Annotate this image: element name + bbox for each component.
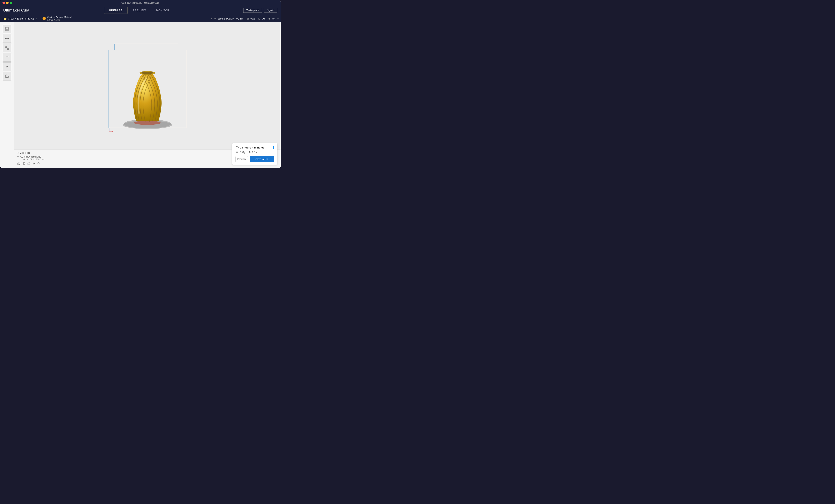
viewport[interactable]: ∧ Object list ✏ CE3PRO_lightbase2 189.1 … bbox=[14, 22, 281, 168]
left-toolbar bbox=[0, 22, 14, 168]
printer-chevron-left[interactable]: ‹ bbox=[35, 17, 37, 21]
print-time-value: 23 hours 4 minutes bbox=[240, 146, 264, 149]
clock-icon bbox=[236, 146, 239, 149]
chevron-up-icon: ∧ bbox=[17, 151, 19, 154]
svg-point-22 bbox=[123, 121, 172, 129]
printer-section: 📁 Creality Ender-3 Pro #2 ‹ bbox=[2, 17, 39, 21]
material-section: ! Custom Custom Material 0.4mm Nozzle bbox=[41, 16, 74, 21]
svg-rect-3 bbox=[7, 29, 8, 30]
svg-rect-18 bbox=[7, 76, 8, 78]
svg-marker-37 bbox=[34, 163, 35, 164]
svg-rect-1 bbox=[7, 27, 8, 29]
svg-point-24 bbox=[141, 72, 154, 74]
support-tool-button[interactable] bbox=[3, 72, 11, 81]
edit-icon[interactable]: ✏ bbox=[277, 17, 279, 20]
svg-rect-17 bbox=[5, 75, 7, 78]
toolbar-right-settings: ‹ ≡ Standard Quality - 0.2mm ⊞ 90% ⊔ Off… bbox=[210, 17, 279, 21]
rotate-tool-button[interactable] bbox=[3, 53, 11, 62]
save-to-file-button[interactable]: Save to File bbox=[250, 156, 274, 162]
scale-tool-button[interactable] bbox=[3, 44, 11, 52]
svg-rect-30 bbox=[18, 162, 20, 164]
svg-marker-8 bbox=[5, 38, 6, 39]
folder-icon: 📁 bbox=[3, 17, 7, 20]
layer-lines-icon: ≡ bbox=[214, 17, 216, 20]
tab-monitor[interactable]: MONITOR bbox=[151, 7, 175, 14]
select-tool-button[interactable] bbox=[3, 25, 11, 33]
material-icon: ! bbox=[43, 17, 46, 20]
window-controls bbox=[2, 2, 12, 4]
content-area: ∧ Object list ✏ CE3PRO_lightbase2 189.1 … bbox=[0, 22, 281, 168]
main-toolbar: Ultimaker Cura PREPARE PREVIEW MONITOR M… bbox=[0, 6, 281, 15]
tab-prepare[interactable]: PREPARE bbox=[104, 7, 128, 14]
copy-button[interactable] bbox=[22, 162, 25, 166]
title-bar: CE3PRO_lightbase2 - Ultimaker Cura bbox=[0, 0, 281, 6]
svg-marker-38 bbox=[39, 163, 40, 164]
mirror-tool-button[interactable] bbox=[3, 62, 11, 71]
window-title: CE3PRO_lightbase2 - Ultimaker Cura bbox=[121, 2, 159, 4]
svg-rect-0 bbox=[5, 27, 7, 29]
support-label: Off bbox=[262, 18, 265, 20]
svg-rect-11 bbox=[7, 48, 8, 49]
preview-button[interactable]: Preview bbox=[236, 156, 248, 162]
svg-marker-16 bbox=[7, 66, 8, 68]
info-icon[interactable]: ℹ bbox=[273, 146, 274, 149]
object-list-label: Object list bbox=[20, 151, 29, 154]
reset-button[interactable] bbox=[37, 162, 40, 166]
print-time-row: 23 hours 4 minutes ℹ bbox=[236, 146, 274, 149]
maximize-button[interactable] bbox=[10, 2, 12, 4]
svg-marker-13 bbox=[7, 57, 9, 57]
material-separator: · bbox=[247, 151, 247, 154]
tab-preview[interactable]: PREVIEW bbox=[128, 7, 151, 14]
material-text: Custom Custom Material 0.4mm Nozzle bbox=[47, 16, 72, 21]
infill-icon: ⊞ bbox=[247, 17, 249, 20]
material-weight: 132g bbox=[240, 151, 246, 154]
paste-button[interactable] bbox=[27, 162, 30, 166]
svg-marker-6 bbox=[6, 36, 7, 37]
print-actions: Preview Save to File bbox=[236, 156, 274, 162]
svg-marker-9 bbox=[8, 38, 9, 39]
print-time: 23 hours 4 minutes bbox=[236, 146, 264, 149]
printer-name: Creality Ender-3 Pro #2 bbox=[8, 17, 34, 20]
svg-rect-34 bbox=[28, 163, 30, 165]
secondary-toolbar: 📁 Creality Ender-3 Pro #2 ‹ ! Custom Cus… bbox=[0, 15, 281, 22]
support-icon: ⊔ bbox=[258, 17, 260, 20]
svg-line-41 bbox=[237, 148, 238, 148]
scene-container bbox=[104, 50, 190, 136]
nozzle-label: 0.4mm Nozzle bbox=[47, 19, 72, 21]
move-tool-button[interactable] bbox=[3, 34, 11, 43]
print-material-row: 132g · 44.22m bbox=[236, 151, 274, 154]
material-name: Custom Custom Material bbox=[47, 16, 72, 19]
infill-label: 90% bbox=[250, 18, 255, 20]
brand-logo: Ultimaker Cura bbox=[3, 8, 29, 13]
filament-icon bbox=[236, 151, 239, 154]
svg-marker-7 bbox=[6, 40, 7, 40]
vase-svg bbox=[119, 56, 176, 130]
duplicate-button[interactable] bbox=[17, 162, 21, 166]
axes-indicator bbox=[108, 126, 116, 133]
bbox-top bbox=[115, 44, 178, 50]
minimize-button[interactable] bbox=[6, 2, 8, 4]
object-name: CE3PRO_lightbase2 bbox=[20, 155, 41, 158]
nav-tabs: PREPARE PREVIEW MONITOR bbox=[35, 7, 243, 14]
svg-marker-26 bbox=[109, 127, 110, 128]
brand-name-part2: Cura bbox=[21, 8, 29, 12]
main-window: CE3PRO_lightbase2 - Ultimaker Cura Ultim… bbox=[0, 0, 281, 168]
svg-rect-10 bbox=[5, 46, 6, 47]
svg-line-12 bbox=[6, 47, 7, 48]
svg-marker-15 bbox=[6, 66, 7, 68]
filament-length: 44.22m bbox=[249, 151, 257, 154]
svg-rect-2 bbox=[5, 29, 7, 30]
pencil-icon: ✏ bbox=[17, 155, 19, 158]
marketplace-button[interactable]: Marketplace bbox=[243, 8, 262, 13]
signin-button[interactable]: Sign in bbox=[264, 8, 278, 13]
vase-container bbox=[119, 56, 176, 130]
object-list-toggle[interactable]: ∧ Object list bbox=[17, 151, 29, 154]
svg-marker-36 bbox=[33, 163, 34, 164]
mirror-object-button[interactable] bbox=[32, 162, 35, 166]
adhesion-icon: ⊕ bbox=[268, 17, 270, 20]
close-button[interactable] bbox=[2, 2, 5, 4]
brand-name-part1: Ultimaker bbox=[3, 8, 20, 12]
settings-chevron-left[interactable]: ‹ bbox=[210, 17, 213, 21]
toolbar-right: Marketplace Sign in bbox=[243, 8, 278, 13]
quality-label: Standard Quality - 0.2mm bbox=[218, 18, 243, 20]
